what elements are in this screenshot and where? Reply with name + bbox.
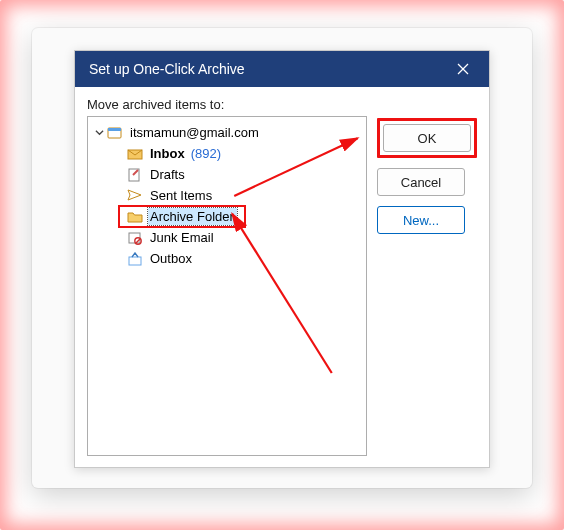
dialog-title: Set up One-Click Archive: [89, 61, 245, 77]
folder-icon: [126, 209, 144, 225]
sent-icon: [126, 188, 144, 204]
folder-tree[interactable]: itsmamun@gmail.com Inbox (892): [87, 116, 367, 456]
stage-card: Set up One-Click Archive Move archived i…: [32, 28, 532, 488]
tree-item-count: (892): [191, 146, 221, 161]
svg-marker-7: [128, 190, 141, 200]
button-column: OK Cancel New...: [377, 116, 477, 456]
mailbox-icon: [106, 125, 124, 141]
cancel-button[interactable]: Cancel: [377, 168, 465, 196]
tree-item-label: Inbox: [148, 145, 188, 162]
tree-item-sent[interactable]: Sent Items: [92, 185, 362, 206]
new-button[interactable]: New...: [377, 206, 465, 234]
tree-item-archive[interactable]: Archive Folder: [92, 206, 362, 227]
svg-rect-3: [108, 128, 121, 131]
prompt-label: Move archived items to:: [87, 97, 477, 112]
dialog-body: Move archived items to: itsmamun@gmail.c…: [75, 87, 489, 468]
close-button[interactable]: [443, 51, 483, 87]
tree-item-label: Archive Folder: [148, 208, 237, 225]
tree-item-drafts[interactable]: Drafts: [92, 164, 362, 185]
titlebar: Set up One-Click Archive: [75, 51, 489, 87]
tree-item-junk[interactable]: Junk Email: [92, 227, 362, 248]
tree-item-inbox[interactable]: Inbox (892): [92, 143, 362, 164]
tree-item-label: Drafts: [148, 166, 188, 183]
ok-highlight: OK: [377, 118, 477, 158]
inbox-icon: [126, 146, 144, 162]
chevron-down-icon[interactable]: [92, 128, 106, 137]
archive-dialog: Set up One-Click Archive Move archived i…: [74, 50, 490, 468]
svg-rect-11: [129, 257, 141, 265]
ok-button[interactable]: OK: [383, 124, 471, 152]
tree-item-label: Sent Items: [148, 187, 215, 204]
outbox-icon: [126, 251, 144, 267]
tree-item-label: Outbox: [148, 250, 195, 267]
tree-root[interactable]: itsmamun@gmail.com: [92, 122, 362, 143]
drafts-icon: [126, 167, 144, 183]
tree-item-label: Junk Email: [148, 229, 217, 246]
tree-item-outbox[interactable]: Outbox: [92, 248, 362, 269]
tree-root-label: itsmamun@gmail.com: [128, 124, 262, 141]
close-icon: [457, 63, 469, 75]
columns: itsmamun@gmail.com Inbox (892): [87, 116, 477, 456]
junk-icon: [126, 230, 144, 246]
